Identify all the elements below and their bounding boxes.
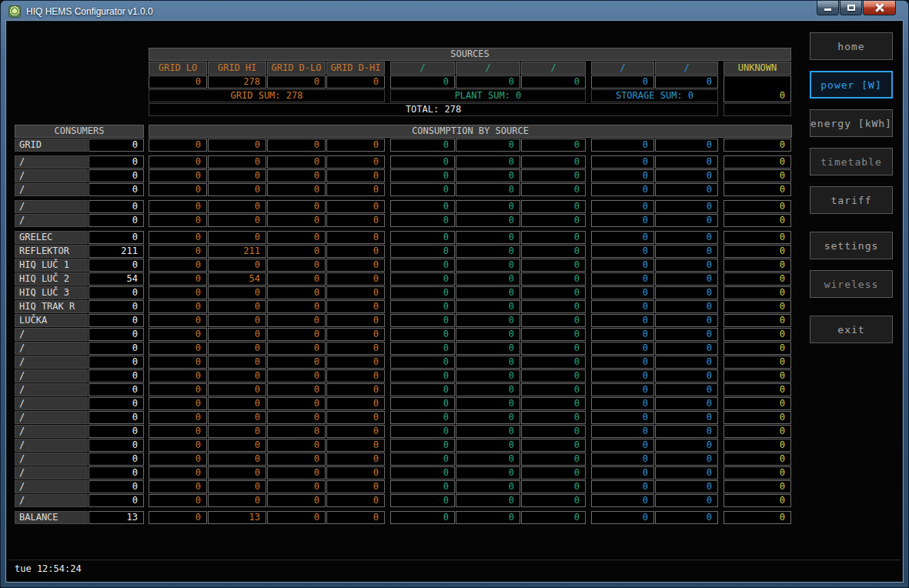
consumption-cell: 0 xyxy=(591,169,654,182)
consumption-cell: 0 xyxy=(149,342,207,355)
consumption-cell: 0 xyxy=(390,328,455,341)
consumption-cell: 0 xyxy=(149,286,207,299)
consumption-cell: 0 xyxy=(390,231,455,244)
sidebar-button-power-w[interactable]: power [W] xyxy=(810,71,893,99)
minimize-button[interactable] xyxy=(817,1,839,15)
consumption-cell: 0 xyxy=(326,453,385,466)
consumption-cell: 0 xyxy=(724,342,791,355)
consumption-cell: 0 xyxy=(456,169,520,182)
consumption-cell: 0 xyxy=(326,183,385,196)
consumption-cell: 0 xyxy=(655,494,718,507)
consumption-cell: 0 xyxy=(724,397,791,410)
consumption-cell: 0 xyxy=(149,200,207,213)
consumption-cell: 0 xyxy=(724,453,791,466)
consumption-cell: 0 xyxy=(267,439,326,452)
sidebar-button-exit[interactable]: exit xyxy=(810,316,893,343)
consumer-label: HIQ LUČ 3 xyxy=(15,286,88,299)
sidebar-button-wireless[interactable]: wireless xyxy=(810,270,893,298)
consumption-cell: 0 xyxy=(149,183,207,196)
consumption-cell: 0 xyxy=(326,494,385,507)
consumer-value: 0 xyxy=(89,439,144,452)
maximize-button[interactable] xyxy=(840,1,862,15)
sidebar-button-settings[interactable]: settings xyxy=(810,232,893,259)
consumer-label: GRID xyxy=(15,139,88,152)
consumer-label: / xyxy=(15,480,88,493)
consumption-cell: 0 xyxy=(208,383,266,396)
consumption-cell: 0 xyxy=(456,231,520,244)
sidebar-button-tariff[interactable]: tariff xyxy=(810,186,893,214)
source-value: 0 xyxy=(724,75,791,102)
close-button[interactable] xyxy=(863,1,896,15)
consumption-cell: 0 xyxy=(591,369,654,383)
consumption-cell: 0 xyxy=(456,259,520,272)
consumption-cell: 0 xyxy=(208,259,266,272)
consumption-cell: 0 xyxy=(149,466,207,479)
consumption-group: 0000000000 xyxy=(149,139,792,152)
consumption-cell: 0 xyxy=(390,439,455,452)
source-column-header: GRID LO xyxy=(149,62,207,75)
consumption-cell: 0 xyxy=(655,183,718,196)
consumption-cell: 0 xyxy=(521,231,586,244)
consumption-cell: 0 xyxy=(390,342,455,355)
consumer-label: / xyxy=(15,453,88,466)
consumption-cell: 0 xyxy=(655,169,718,182)
consumption-cell: 0 xyxy=(655,300,718,313)
consumption-cell: 0 xyxy=(521,286,586,299)
consumption-cell: 0 xyxy=(591,411,654,424)
consumption-cell: 0 xyxy=(724,439,791,452)
consumption-cell: 0 xyxy=(267,272,326,286)
sidebar-button-energy-kwh[interactable]: energy [kWh] xyxy=(810,109,893,137)
consumption-cell: 0 xyxy=(655,511,718,524)
consumption-cell: 0 xyxy=(267,369,326,383)
sidebar-button-home[interactable]: home xyxy=(810,32,893,60)
sources-total: TOTAL: 278 xyxy=(149,103,718,116)
consumption-cell: 0 xyxy=(724,383,791,396)
consumption-cell: 0 xyxy=(591,245,654,258)
consumption-cell: 0 xyxy=(521,425,586,438)
consumption-cell: 0 xyxy=(591,397,654,410)
consumption-cell: 0 xyxy=(456,139,520,152)
consumption-cell: 0 xyxy=(208,466,266,479)
consumption-cell: 0 xyxy=(724,511,791,524)
consumption-cell: 0 xyxy=(208,328,266,341)
consumption-cell: 0 xyxy=(208,480,266,493)
consumption-cell: 0 xyxy=(390,155,455,169)
consumption-cell: 0 xyxy=(326,272,385,286)
consumption-cell: 0 xyxy=(655,214,718,227)
consumption-cell: 0 xyxy=(267,480,326,493)
consumption-cell: 0 xyxy=(456,480,520,493)
consumption-cell: 0 xyxy=(390,200,455,213)
consumer-value: 0 xyxy=(89,214,144,227)
consumer-value: 0 xyxy=(89,383,144,396)
consumption-cell: 0 xyxy=(456,286,520,299)
consumption-cell: 0 xyxy=(591,183,654,196)
consumer-value: 0 xyxy=(89,356,144,369)
consumer-label: LUČKA xyxy=(15,314,88,327)
minimize-icon xyxy=(824,8,831,11)
consumption-cell: 0 xyxy=(267,245,326,258)
consumption-cell: 0 xyxy=(267,342,326,355)
consumption-cell: 0 xyxy=(724,183,791,196)
consumer-group: GRELEC0REFLEKTOR211HIQ LUČ 10HIQ LUČ 254… xyxy=(15,231,144,507)
consumption-cell: 0 xyxy=(390,356,455,369)
consumer-group: GRID0 xyxy=(15,139,144,152)
consumption-cell: 0 xyxy=(208,155,266,169)
window-title: HIQ HEMS Configurator v1.0.0 xyxy=(26,6,153,17)
consumption-cell: 0 xyxy=(149,272,207,286)
consumption-rows: 0000000000000000000000000000000000000000… xyxy=(149,139,792,524)
consumption-cell: 0 xyxy=(724,245,791,258)
consumption-cell: 0 xyxy=(390,245,455,258)
clock: tue 12:54:24 xyxy=(15,563,82,574)
sidebar-button-timetable[interactable]: timetable xyxy=(810,148,893,175)
consumption-cell: 0 xyxy=(655,155,718,169)
consumption-cell: 0 xyxy=(655,439,718,452)
titlebar[interactable]: HIQ HEMS Configurator v1.0.0 xyxy=(1,1,908,22)
consumption-cell: 0 xyxy=(456,494,520,507)
consumption-cell: 0 xyxy=(591,356,654,369)
consumption-cell: 0 xyxy=(390,511,455,524)
consumption-cell: 0 xyxy=(724,328,791,341)
source-value: 278 xyxy=(208,75,266,89)
consumption-cell: 0 xyxy=(655,342,718,355)
consumer-group: /0/0/0 xyxy=(15,155,144,196)
consumer-label: REFLEKTOR xyxy=(15,245,88,258)
